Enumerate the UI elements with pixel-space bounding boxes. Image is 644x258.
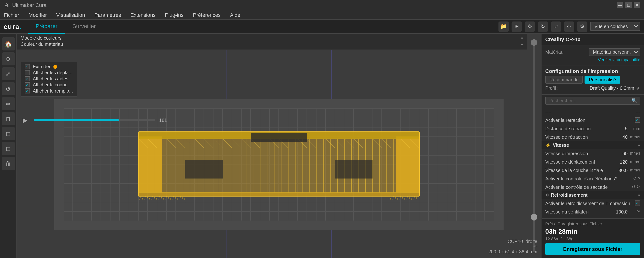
sidebar-per-model[interactable]: ⊡ [2,127,15,140]
menu-fichier[interactable]: Fichier [2,11,21,18]
cb-depl-label: Afficher les dépla... [33,70,72,75]
setting-vitesse-retraction[interactable]: Vitesse de rétraction 40 mm/s [542,133,644,141]
app-logo: cura. [4,22,22,31]
svg-line-81 [154,196,155,199]
save-button[interactable]: Enregistrer sous Fichier [545,243,640,255]
view-mode-select[interactable]: Vue en couches Vue solide Vue transparen… [590,22,640,31]
sidebar-support[interactable]: ⊓ [2,112,15,125]
cb-aides[interactable]: ✓ Afficher les aides [25,76,73,81]
cb-extruder[interactable]: ✓ Extruder [25,64,73,69]
toolbar-icon-move[interactable]: ✥ [525,21,535,32]
tab-recommended[interactable]: Recommandé [545,76,583,84]
layer-slider[interactable] [34,119,156,121]
menu-plugins[interactable]: Plug-ins [163,11,186,18]
checkbox-refroidissement[interactable]: ✓ [635,200,640,206]
printer-name: Creality CR-10 [542,34,644,45]
sidebar-move[interactable]: ✥ [2,52,15,65]
color-material-chevron[interactable]: ▾ [521,42,523,47]
setting-unit-vitesse-couche-initiale: mm/s [629,168,640,172]
setting-distance-retraction[interactable]: Distance de rétraction 5 mm [542,124,644,133]
setting-acceleration[interactable]: Activer le contrôle d'accélérations? ↺ ? [542,174,644,183]
toolbar-icon-rotate[interactable]: ↻ [538,21,548,32]
toolbar-icon-open[interactable]: 📁 [498,21,509,32]
cb-aides-check[interactable]: ✓ [25,76,30,81]
setting-value-vitesse-couche-initiale[interactable]: 30.0 [614,167,628,173]
section-vitesse[interactable]: ⚡ Vitesse ▾ [542,141,644,149]
toolbar-icon-settings[interactable]: ⚙ [577,21,588,32]
layer-slider-area[interactable]: ▶ 181 [20,115,167,125]
vitesse-icon: ⚡ [545,142,551,147]
viewport[interactable]: Modèle de couleurs ▾ Couleur du matériau… [17,34,541,258]
svg-line-87 [168,196,169,199]
setting-value-vitesse-ventilateur[interactable]: 100.0 [614,209,628,214]
play-button[interactable]: ▶ [20,115,30,125]
sidebar-delete[interactable]: 🗑 [2,157,15,170]
separator-value: --- [626,109,640,114]
acceleration-icon1[interactable]: ↺ [633,176,637,181]
slider-thumb-top[interactable] [531,39,537,46]
setting-vitesse-deplacement[interactable]: Vitesse de déplacement 120 mm/s [542,157,644,166]
sidebar-home[interactable]: 🏠 [2,37,15,50]
verify-compatibility-link[interactable]: Vérifier la compatibilité [545,57,640,62]
setting-value-distance-retraction[interactable]: 5 [614,126,628,131]
tab-surveiller[interactable]: Surveiller [65,19,103,33]
toolbar-icon-scale[interactable]: ⤢ [551,21,561,32]
sidebar-scale[interactable]: ⤢ [2,67,15,80]
setting-value-vitesse-impression[interactable]: 60 [614,151,628,156]
sidebar-mirror[interactable]: ⇔ [2,97,15,110]
setting-activer-refroidissement[interactable]: Activer le refroidissement de l'impressi… [542,199,644,208]
svg-line-88 [170,196,171,199]
model-edit-icon[interactable]: ✏ [534,244,537,249]
setting-vitesse-couche-initiale[interactable]: Vitesse de la couche initiale 30.0 mm/s [542,166,644,174]
tab-preparer[interactable]: Préparer [28,19,65,33]
maximize-button[interactable]: □ [625,2,632,8]
time-estimate: 03h 28min [545,228,640,235]
setting-vitesse-ventilateur[interactable]: Vitesse du ventilateur 100.0 % [542,208,644,216]
menu-modifier[interactable]: Modifier [26,11,49,18]
tab-custom[interactable]: Personnalisé [585,76,620,84]
setting-value-vitesse-retraction[interactable]: 40 [614,134,628,139]
setting-name-vitesse-impression: Vitesse d'impression [545,151,614,156]
settings-list: ---- --- Activer la rétraction ✓ Distanc… [542,107,644,218]
cb-remplissage-check[interactable]: ✓ [25,88,30,93]
cb-extruder-check[interactable]: ✓ [25,64,30,69]
cb-depl-check[interactable] [25,70,30,75]
search-icon[interactable]: 🔍 [632,98,637,103]
vitesse-chevron[interactable]: ▾ [638,143,640,147]
search-box[interactable]: Rechercher... 🔍 [545,97,640,105]
material-select[interactable]: Matériau personnalisé [589,48,640,56]
minimize-button[interactable]: — [617,2,624,8]
menu-aide[interactable]: Aide [228,11,242,18]
checkbox-activer-retraction[interactable]: ✓ [635,117,640,123]
cb-depl[interactable]: Afficher les dépla... [25,70,73,75]
color-model-chevron[interactable]: ▾ [521,36,523,40]
saccade-icon1[interactable]: ↺ [632,185,636,189]
cb-coque-check[interactable]: ✓ [25,82,30,87]
setting-value-vitesse-deplacement[interactable]: 120 [614,159,628,164]
svg-line-92 [180,196,181,199]
toolbar-icon-mirror[interactable]: ⇔ [564,21,574,32]
profile-star-icon[interactable]: ★ [636,85,640,91]
acceleration-icon2[interactable]: ? [638,176,640,181]
refroidissement-chevron[interactable]: ▾ [638,193,640,197]
menu-parametres[interactable]: Paramètres [92,11,123,18]
toolbar-icon-grid[interactable]: ⊞ [512,21,522,32]
sidebar-rotate[interactable]: ↺ [2,82,15,95]
menu-preferences[interactable]: Préférences [191,11,222,18]
setting-saccade[interactable]: Activer le contrôle de saccade ↺ ↻ [542,183,644,191]
slider-thumb-bottom[interactable] [531,214,537,220]
setting-vitesse-ventilateurs-initiale[interactable]: Vitesse des ventilateurs initiale 0 % [542,216,644,218]
setting-vitesse-impression[interactable]: Vitesse d'impression 60 mm/s [542,149,644,157]
section-refroidissement[interactable]: ❄ Refroidissement ▾ [542,191,644,199]
close-button[interactable]: ✕ [634,2,640,8]
sidebar-merge[interactable]: ⊞ [2,142,15,155]
svg-line-80 [152,196,152,199]
cb-remplissage[interactable]: ✓ Afficher le remplo... [25,88,73,93]
cb-coque[interactable]: ✓ Afficher la coque [25,82,73,87]
setting-activer-retraction[interactable]: Activer la rétraction ✓ [542,116,644,124]
menu-visualisation[interactable]: Visualisation [54,11,87,18]
slider-track[interactable] [533,39,535,253]
vertical-slider[interactable] [527,34,541,258]
saccade-icon2[interactable]: ↻ [636,185,640,189]
menu-extensions[interactable]: Extensions [128,11,157,18]
